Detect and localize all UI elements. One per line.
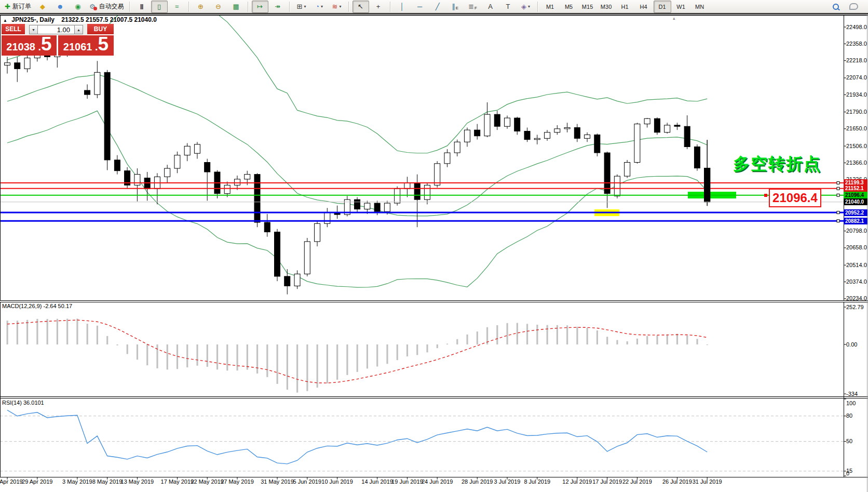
tf-m15-button[interactable]: M15 [579,1,596,13]
cursor-button[interactable]: ↖ [352,1,369,13]
date-tick-label[interactable]: 13 May 2019 [117,478,157,485]
candle-body [174,155,180,168]
candle-body [194,144,200,153]
sell-button[interactable]: SELL [2,24,25,35]
candlestick-chart-button[interactable]: ▯ [151,1,168,13]
toolbar: ✚新订单◆☻◉⚙自动交易|||▯≈⊕⊖▦↦↠⊞▾◔▾≋▾↖+│─╱∥E≣FAT◈… [0,0,868,14]
vertical-line-button[interactable]: │ [394,1,411,13]
date-tick-label[interactable]: 22 Jul 2019 [617,478,657,485]
tf-d1-button[interactable]: D1 [654,1,671,13]
turning-point-annotation: 多空转折点 [733,153,821,176]
chart-shift-button[interactable]: ↠ [269,1,286,13]
macd-histogram-bar [66,318,68,344]
candle-body [545,132,550,139]
date-tick-label[interactable]: 27 May 2019 [218,478,257,485]
line-endpoint-handle[interactable] [837,187,839,190]
fibonacci-button[interactable]: ≣F [465,1,481,13]
candle-body [134,175,140,185]
rsi-label: RSI(14) 36.0101 [2,400,44,406]
indicators-button[interactable]: ≋▾ [329,1,345,13]
auto-scroll-icon: ↦ [257,3,263,10]
text-button[interactable]: A [482,1,499,13]
shapes-icon: ◈ [521,3,526,10]
macd-histogram-bar [207,344,208,367]
search-button[interactable] [828,1,844,13]
tf-h1-button[interactable]: H1 [616,1,634,13]
zoom-in-icon: ⊕ [198,3,204,10]
candle [594,134,600,156]
macd-histogram-bar [87,324,88,344]
toolbar-separator [348,2,349,12]
line-endpoint-handle[interactable] [837,211,839,214]
candle-body [644,118,650,124]
zoom-in-button[interactable]: ⊕ [193,1,209,13]
date-tick-label[interactable]: 24 Jun 2019 [417,478,457,485]
market-button[interactable]: ☻ [52,1,69,13]
date-tick-label[interactable]: 8 Jul 2019 [518,478,557,485]
chart-canvas[interactable] [0,0,868,492]
shapes-button[interactable]: ◈▾ [518,1,534,13]
stop-dot-icon [93,7,97,10]
tf-m15-label: M15 [582,4,593,10]
history-center-button[interactable]: ◆ [34,1,51,13]
date-tick-label[interactable]: 31 Jul 2019 [687,478,727,485]
tf-m1-button[interactable]: M1 [541,1,559,13]
tf-d1-label: D1 [659,4,666,10]
candle-body [355,200,360,209]
tile-windows-button[interactable]: ▦ [228,1,245,13]
panel-toggle-icon[interactable]: ▴ [673,16,675,21]
chat-button[interactable] [845,1,862,13]
date-tick-label[interactable]: 10 Jun 2019 [318,478,357,485]
tf-w1-button[interactable]: W1 [672,1,690,13]
price-annotation-box[interactable]: 21096.4 [769,189,821,207]
macd-histogram-bar [426,344,428,352]
auto-trading-button[interactable]: ⚙自动交易 [87,1,126,13]
signals-icon: ◉ [75,3,80,10]
dropdown-caret-icon: ▾ [340,4,342,9]
horizontal-line-button[interactable]: ─ [412,1,428,13]
candle-body [574,128,580,139]
volume-up-button[interactable]: ▲ [74,25,83,34]
zoom-out-button[interactable]: ⊖ [210,1,227,13]
auto-scroll-button[interactable]: ↦ [252,1,268,13]
date-tick-label[interactable]: 29 Apr 2019 [18,478,57,485]
macd-histogram-bar [656,336,658,344]
collapse-icon[interactable]: ▲ [3,18,7,23]
candle-body [294,274,300,286]
channel-button[interactable]: ∥E [447,1,464,13]
tf-m5-button[interactable]: M5 [560,1,578,13]
channel-icon: ∥ [452,3,455,10]
volume-down-button[interactable]: ▼ [29,25,38,34]
toolbar-separator [188,2,189,12]
macd-histogram-bar [47,319,48,344]
tf-m1-label: M1 [546,4,554,10]
line-handle-icon[interactable] [764,194,767,197]
candle-body [424,185,430,200]
line-endpoint-handle[interactable] [837,194,839,196]
volume-spinner: ▼ 1.00 ▲ [25,24,87,35]
macd-histogram-bar [97,326,98,344]
macd-histogram-bar [646,336,648,344]
chart-symbol-label: JPN225-, Daily [11,16,55,23]
tf-mn-button[interactable]: MN [691,1,709,13]
sell-price-display[interactable]: 21038 .5 [2,34,57,56]
line-chart-button[interactable]: ≈ [169,1,185,13]
crosshair-button[interactable]: + [370,1,387,13]
macd-histogram-bar [296,344,298,393]
new-chart-button[interactable]: ⊞▾ [293,1,310,13]
signals-button[interactable]: ◉ [70,1,86,13]
candle [694,144,700,171]
buy-price-display[interactable]: 21061 .5 [58,34,114,56]
profiles-button[interactable]: ◔▾ [311,1,328,13]
trendline-button[interactable]: ╱ [429,1,446,13]
text-label-button[interactable]: T [500,1,517,13]
line-endpoint-handle[interactable] [837,181,839,184]
tf-m30-button[interactable]: M30 [598,1,615,13]
macd-histogram-bar [287,344,288,390]
sell-price-pips: 5 [41,34,52,54]
tf-h4-button[interactable]: H4 [635,1,653,13]
new-order-button[interactable]: ✚新订单 [3,1,33,13]
line-endpoint-handle[interactable] [837,220,839,222]
bar-chart-button[interactable]: ||| [133,1,150,13]
text-icon: A [488,3,493,10]
